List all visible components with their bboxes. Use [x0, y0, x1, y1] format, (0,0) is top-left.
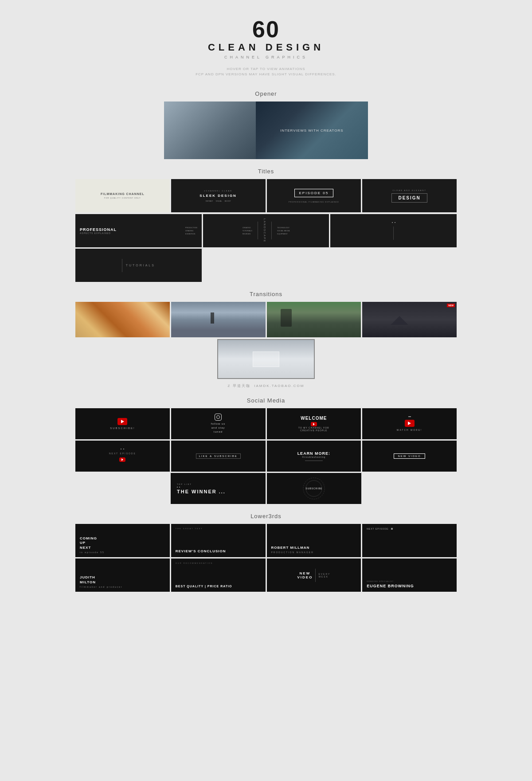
lower-coming-up: COMINGUPNEXT in episode 55 — [75, 524, 170, 557]
trans-field — [267, 302, 361, 337]
ep-dot — [391, 528, 393, 530]
social-watch: WATCH MORE! — [362, 408, 457, 439]
professional-inner: PROFESSIONAL ASPECTS EXPLAINED PRODUCTIO… — [75, 226, 202, 235]
col-left-3: REVIEWS — [243, 233, 252, 235]
vert-divider — [258, 222, 258, 239]
watermark-url: IAMDK.TAOBAO.COM — [254, 384, 304, 388]
social-row1: SUBSCRIBE! follow usand staytuned WELCOM… — [75, 408, 457, 439]
header-subtitle: CHANNEL GRAPHICS — [75, 55, 457, 59]
lower-new-video: NEW VIDEO EVERY WEEK — [267, 558, 361, 592]
opener-image: INTERVIEWS WITH CREATORS — [164, 102, 368, 159]
like-sub-btn[interactable]: LIKE & SUBSCRIBE — [196, 453, 241, 459]
col-right-2: SOCIAL MEDIA — [277, 230, 289, 232]
lower-robert: ROBERT MILLMAN PRODUCTION MANAGER — [267, 524, 361, 557]
title-card-professional: PROFESSIONAL ASPECTS EXPLAINED PRODUCTIO… — [75, 214, 202, 247]
winner-dot2 — [179, 487, 180, 488]
coming-up-sub: in episode 55 — [80, 551, 105, 554]
transitions-grid: NEW — [75, 302, 457, 337]
social-next: NEXT EPISODE — [75, 441, 170, 472]
title-card-episode: EPISODE 05 PROFESSIONAL FILMMAKING EXPLA… — [267, 179, 361, 212]
rec-top: OUR RECOMMENDATION — [176, 562, 213, 564]
trans-single-card — [217, 339, 315, 379]
filmmaking-title: FILMMAKING CHANNEL — [101, 192, 145, 195]
pro-item-1: PRODUCTION — [185, 226, 197, 229]
title-card-sleek: #CHANNEL CLEAN SLEEK DESIGN INSTANT VISU… — [171, 179, 266, 212]
lower-next-ep: NEXT EPISODE: — [362, 524, 457, 557]
new-video-divider — [315, 569, 316, 582]
filmmaking-sub: FOR QUALITY CONTENT ONLY — [104, 197, 141, 199]
watermark-area: Z 早道天咖 IAMDK.TAOBAO.COM — [75, 383, 457, 388]
design-label: CLEAN AND ELEGANT — [392, 189, 426, 191]
professional-sub: ASPECTS EXPLAINED — [80, 232, 117, 234]
sleek-subs: INSTANT VISUAL BOOST — [206, 200, 231, 202]
tutorials-text: TUTORIALS — [126, 264, 155, 267]
learn-line — [305, 461, 323, 461]
col-right: TECHNOLOGY SOCIAL MEDIA EQUIPMENT — [277, 226, 289, 235]
professional-title: PROFESSIONAL — [80, 227, 117, 232]
lower-reviews: THE GREAT TEST REVIEW'S CONCLUSION — [171, 524, 266, 557]
col-left: CREATED TUTORIALS REVIEWS — [243, 226, 252, 235]
circle-container: SUBSCRIBE — [301, 476, 326, 501]
trans-bird: NEW — [362, 302, 457, 337]
sleek-sub3: BOOST — [225, 200, 231, 202]
judith-main: JUDITHMILTON — [80, 575, 96, 585]
title-card-columns: CREATED TUTORIALS REVIEWS LANDSCAPE TECH… — [203, 214, 329, 247]
col-right-1: TECHNOLOGY — [277, 226, 289, 229]
next-dot2 — [123, 449, 124, 449]
social-subscribe-circle: SUBSCRIBE — [267, 473, 362, 504]
col-left-1: CREATED — [243, 226, 252, 229]
trans-blur — [75, 302, 170, 337]
col-right-3: EQUIPMENT — [277, 233, 289, 235]
social-section-label: Social Media — [75, 397, 457, 404]
lower3rds-section-label: Lower3rds — [75, 513, 457, 519]
single-element — [253, 351, 279, 367]
new-video-btn[interactable]: NEW VIDEO — [394, 453, 425, 459]
sleek-sub1: INSTANT — [206, 200, 213, 202]
welcome-sub-text: TO MY CHANNEL FOR CREATIVE PEOPLE — [296, 426, 332, 432]
next-play — [121, 458, 123, 461]
field-animal — [281, 309, 292, 327]
grading-top: GRADING SPECIALIST — [367, 580, 394, 582]
pro-item-3: EXHIBITION — [185, 233, 197, 235]
center-vert-text: LANDSCAPE — [263, 219, 266, 242]
header-title: CLEAN DESIGN — [75, 42, 457, 53]
robert-main: ROBERT MILLMAN — [271, 546, 310, 550]
lower-recommendation: OUR RECOMMENDATION BEST QUALITY | PRICE … — [171, 558, 266, 592]
watermark-logo: Z 早道天咖 IAMDK.TAOBAO.COM — [75, 383, 457, 388]
vert-divider2 — [271, 222, 272, 239]
episode-border-text: EPISODE 05 — [294, 189, 334, 197]
circle-subscribe-text: SUBSCRIBE — [305, 487, 322, 490]
pro-item-2: GRADING — [185, 230, 197, 232]
mini-vert-line — [393, 226, 394, 240]
welcome-yt-icon — [311, 422, 317, 426]
professional-list: PRODUCTION GRADING EXHIBITION — [185, 226, 197, 235]
social-learn: LEARN MORE: #troubleshooting — [267, 441, 361, 472]
follow-text: follow usand staytuned — [211, 422, 225, 434]
transitions-section-label: Transitions — [75, 291, 457, 297]
new-badge: NEW — [447, 304, 455, 307]
sleek-label: #CHANNEL CLEAN — [204, 190, 232, 192]
transitions-single — [75, 339, 457, 379]
new-video-title: NEW — [297, 571, 313, 575]
social-row3: TOP LIST THE WINNER ... SUBSCRIBE — [171, 473, 361, 504]
winner-dot1 — [177, 487, 178, 488]
dot1 — [392, 222, 393, 223]
week-text: WEEK — [318, 575, 330, 578]
next-label: NEXT EPISODE — [109, 452, 136, 455]
opener-right: INTERVIEWS WITH CREATORS — [256, 102, 368, 159]
social-winner: TOP LIST THE WINNER ... — [171, 473, 266, 504]
winner-title-text: THE WINNER ... — [177, 489, 226, 494]
title-card-design: CLEAN AND ELEGANT DESIGN — [362, 179, 457, 212]
ig-circle — [216, 415, 220, 419]
robert-sub: PRODUCTION MANAGER — [271, 551, 314, 554]
social-welcome: WELCOME TO MY CHANNEL FOR CREATIVE PEOPL… — [267, 408, 361, 439]
coming-up-main: COMINGUPNEXT — [80, 536, 97, 550]
judith-sub: filmmaker and producer — [80, 586, 123, 588]
social-like-sub: LIKE & SUBSCRIBE — [171, 441, 266, 472]
play-triangle — [121, 420, 124, 423]
winner-dots-row — [177, 487, 180, 488]
sleek-title: SLEEK DESIGN — [200, 194, 237, 198]
episode-sub: PROFESSIONAL FILMMAKING EXPLAINED — [289, 201, 339, 203]
dot2 — [395, 222, 395, 223]
learn-title: LEARN MORE: — [297, 451, 331, 456]
